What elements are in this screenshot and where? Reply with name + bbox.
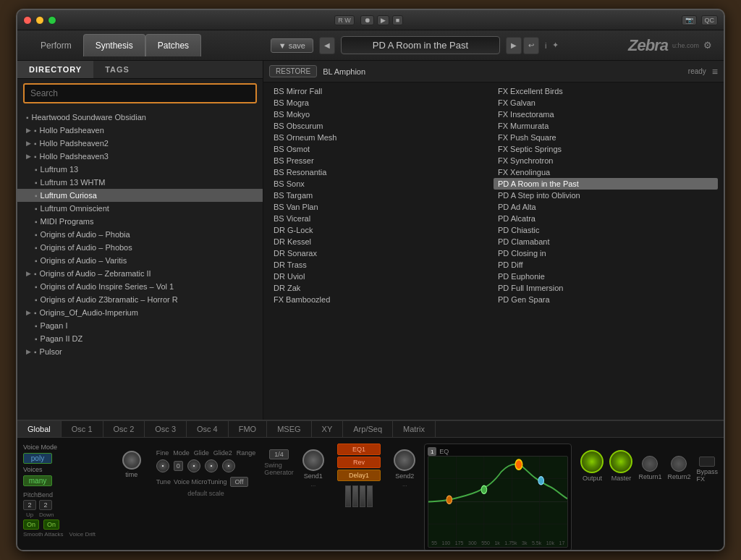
list-item[interactable]: ▪ Heartwood Soundware Obsidian	[17, 111, 263, 124]
patch-item[interactable]: PD Alcatra	[494, 213, 718, 224]
patch-item[interactable]: BS Resonantia	[269, 166, 494, 178]
list-item-selected[interactable]: ▪ Luftrum Curiosa	[17, 189, 263, 202]
r-button[interactable]: R W	[334, 15, 355, 25]
tab-tags[interactable]: TAGS	[93, 61, 141, 78]
list-item[interactable]: ▶ ▪ Origins of Audio – Zebramatic II	[17, 267, 263, 280]
patch-item[interactable]: BS Van Plan	[269, 201, 494, 213]
patch-item[interactable]: FX Septic Springs	[494, 143, 718, 155]
delay1-button[interactable]: Delay1	[337, 470, 381, 481]
patch-item[interactable]: FX Excellent Birds	[494, 85, 718, 97]
pb-on[interactable]: On	[23, 519, 39, 530]
patch-item[interactable]: BS Osmot	[269, 143, 494, 155]
patch-item[interactable]: FX Galvan	[494, 97, 718, 109]
patch-item[interactable]: PD A Step into Oblivion	[494, 190, 718, 201]
list-item[interactable]: ▪ Origins of Audio Inspire Series – Vol …	[17, 280, 263, 293]
eq1-button[interactable]: EQ1	[337, 444, 381, 455]
patch-item[interactable]: BS Mokyo	[269, 109, 494, 120]
synth-tab-osc1[interactable]: Osc 1	[62, 421, 103, 437]
patch-item[interactable]: FX Xenolingua	[494, 166, 718, 178]
patch-item[interactable]: BS Obscurum	[269, 120, 494, 132]
patch-item[interactable]: PD Gen Spara	[494, 294, 718, 305]
patch-item[interactable]: BS Targam	[269, 190, 494, 201]
next-patch-button[interactable]: ▶	[506, 37, 522, 54]
patch-item[interactable]: FX Synchrotron	[494, 155, 718, 166]
synth-tab-matrix[interactable]: Matrix	[393, 421, 436, 437]
synth-tab-fmo[interactable]: FMO	[229, 421, 267, 437]
synth-tab-osc3[interactable]: Osc 3	[145, 421, 187, 437]
vmicro-value[interactable]: Off	[230, 477, 249, 487]
list-item[interactable]: ▶ ▪ Pulsor	[17, 345, 263, 358]
synth-tab-global[interactable]: Global	[17, 421, 62, 437]
synth-tab-mseg[interactable]: MSEG	[267, 421, 311, 437]
return2-knob[interactable]	[671, 456, 687, 472]
patch-item[interactable]: DR Zak	[269, 282, 494, 294]
range-knob[interactable]	[222, 459, 235, 472]
menu-icon[interactable]: ≡	[712, 66, 718, 77]
patch-item[interactable]: PD Closing in	[494, 247, 718, 259]
list-item[interactable]: ▪ Luftrum 13 WHTM	[17, 176, 263, 189]
camera-button[interactable]: 📷	[682, 15, 697, 25]
patch-item[interactable]: PD Clamabant	[494, 236, 718, 247]
fine-knob[interactable]	[156, 459, 169, 472]
tab-perform[interactable]: Perform	[29, 35, 83, 56]
output-knob[interactable]	[580, 450, 604, 473]
undo-button[interactable]: ↩	[523, 37, 539, 54]
patch-item[interactable]: DR Sonarax	[269, 247, 494, 259]
synth-tab-osc4[interactable]: Osc 4	[187, 421, 229, 437]
synth-tab-osc2[interactable]: Osc 2	[103, 421, 145, 437]
list-item[interactable]: ▶ ▪ Origins_Of_Audio-Imperium	[17, 306, 263, 319]
swing-fraction[interactable]: 1/4	[269, 449, 289, 459]
list-item[interactable]: ▪ Luftrum 13	[17, 163, 263, 176]
patch-item[interactable]: PD Diff	[494, 259, 718, 271]
patch-item[interactable]: BS Orneum Mesh	[269, 132, 494, 143]
stop-button[interactable]: ■	[392, 15, 403, 25]
patch-item[interactable]: DR Kessel	[269, 236, 494, 247]
play-button[interactable]: ▶	[377, 15, 389, 25]
return1-knob[interactable]	[642, 456, 658, 472]
synth-tab-xy[interactable]: XY	[312, 421, 344, 437]
pb-up[interactable]: 2	[23, 500, 36, 510]
patch-item[interactable]: BS Sonx	[269, 178, 494, 190]
list-item[interactable]: ▪ Luftrum Omniscient	[17, 202, 263, 215]
pb-on2[interactable]: On	[43, 519, 59, 530]
patch-item[interactable]: PD Chiastic	[494, 224, 718, 236]
patch-item[interactable]: BS Mirror Fall	[269, 85, 494, 97]
patch-item[interactable]: FX Bamboozled	[269, 294, 494, 305]
patch-item-selected[interactable]: PD A Room in the Past	[494, 178, 718, 190]
patch-item[interactable]: BS Mogra	[269, 97, 494, 109]
record-button[interactable]: ⏺	[360, 15, 374, 25]
qc-button[interactable]: QC	[701, 15, 719, 25]
patch-item[interactable]: DR Uviol	[269, 271, 494, 282]
list-item[interactable]: ▪ Origins of Audio – Phobia	[17, 228, 263, 241]
send2-knob[interactable]	[394, 449, 415, 471]
list-item[interactable]: ▶ ▪ Hollo Padsheaven	[17, 124, 263, 137]
minimize-button[interactable]	[35, 16, 44, 25]
restore-button[interactable]: RESTORE	[269, 65, 317, 77]
patch-item[interactable]: FX Push Square	[494, 132, 718, 143]
patch-item[interactable]: BS Presser	[269, 155, 494, 166]
list-item[interactable]: ▪ Origins of Audio – Varitis	[17, 254, 263, 267]
save-button[interactable]: ▼ save	[271, 38, 313, 53]
bypass-fx-switch[interactable]	[699, 457, 715, 467]
patch-item[interactable]: PD Ad Alta	[494, 201, 718, 213]
glide-knob[interactable]	[187, 459, 200, 472]
eq-point-2[interactable]	[481, 485, 487, 493]
close-button[interactable]	[23, 16, 32, 25]
voices-value[interactable]: many	[23, 475, 52, 486]
send1-knob[interactable]	[302, 449, 324, 471]
list-item[interactable]: ▪ MIDI Programs	[17, 215, 263, 228]
voice-mode-value[interactable]: poly	[23, 453, 52, 464]
list-item[interactable]: ▶ ▪ Hollo Padsheaven3	[17, 150, 263, 163]
settings-icon[interactable]: ⚙	[703, 40, 712, 51]
patch-item[interactable]: FX Insectorama	[494, 109, 718, 120]
list-item[interactable]: ▪ Origins of Audio – Phobos	[17, 241, 263, 254]
list-item[interactable]: ▪ Origins of Audio Z3bramatic – Horror R	[17, 293, 263, 306]
maximize-button[interactable]	[48, 16, 56, 25]
patch-item[interactable]: FX Murmurata	[494, 120, 718, 132]
eq-point-3[interactable]	[515, 459, 522, 470]
eq-point-4[interactable]	[538, 477, 544, 485]
eq-point-1[interactable]	[446, 496, 452, 504]
rev-button[interactable]: Rev	[337, 457, 381, 468]
patch-item[interactable]: PD Full Immersion	[494, 282, 718, 294]
patch-item[interactable]: BS Viceral	[269, 213, 494, 224]
